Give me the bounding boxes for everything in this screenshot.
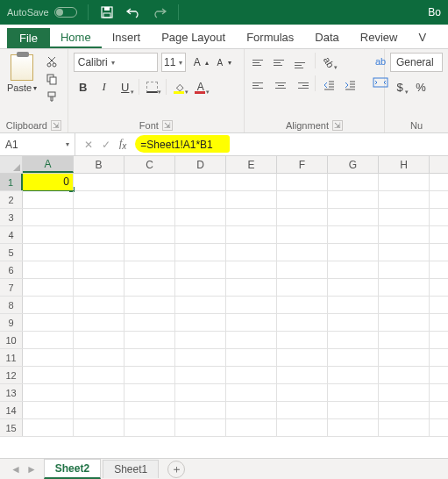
- col-header-c[interactable]: C: [124, 156, 175, 173]
- cell[interactable]: [277, 209, 328, 225]
- cell[interactable]: [226, 209, 277, 225]
- cell[interactable]: [328, 402, 379, 418]
- cell[interactable]: [23, 226, 74, 243]
- cell[interactable]: [226, 384, 277, 401]
- cell[interactable]: [74, 261, 124, 278]
- autosave-toggle[interactable]: AutoSave: [7, 7, 77, 18]
- new-sheet-button[interactable]: ＋: [167, 461, 185, 478]
- cell[interactable]: [23, 332, 74, 348]
- cell[interactable]: [23, 402, 74, 418]
- alignment-launcher-icon[interactable]: ⇲: [332, 120, 343, 131]
- font-color-button[interactable]: A▾: [191, 77, 210, 97]
- cell[interactable]: [226, 226, 277, 243]
- row-header-14[interactable]: 14: [0, 402, 23, 418]
- cell[interactable]: [226, 332, 277, 348]
- save-icon[interactable]: [99, 4, 115, 20]
- cell[interactable]: [277, 367, 328, 383]
- cell[interactable]: [175, 261, 226, 278]
- cell[interactable]: [74, 297, 124, 313]
- row-header-10[interactable]: 10: [0, 332, 23, 348]
- cell[interactable]: [124, 244, 175, 261]
- enter-formula-icon[interactable]: ✓: [102, 139, 110, 151]
- align-bottom-button[interactable]: [292, 53, 311, 72]
- cell[interactable]: [23, 384, 74, 401]
- cell[interactable]: [23, 297, 74, 313]
- cell[interactable]: [226, 244, 277, 261]
- row-header-7[interactable]: 7: [0, 279, 23, 296]
- cell[interactable]: [175, 279, 226, 296]
- cell[interactable]: [124, 314, 175, 331]
- cell[interactable]: [277, 226, 328, 243]
- cell[interactable]: [277, 402, 328, 418]
- row-header-11[interactable]: 11: [0, 349, 23, 366]
- cancel-formula-icon[interactable]: ✕: [84, 139, 93, 151]
- align-center-button[interactable]: [271, 75, 290, 95]
- cell[interactable]: [175, 349, 226, 366]
- cell[interactable]: [277, 191, 328, 208]
- cell[interactable]: [328, 244, 379, 261]
- cell[interactable]: [175, 314, 226, 331]
- cell[interactable]: [23, 244, 74, 261]
- cell[interactable]: [328, 332, 379, 348]
- cell[interactable]: [277, 261, 328, 278]
- cell[interactable]: [124, 419, 175, 436]
- cell[interactable]: [226, 261, 277, 278]
- cell[interactable]: [74, 191, 124, 208]
- cell[interactable]: [74, 367, 124, 383]
- cell[interactable]: [277, 279, 328, 296]
- cell[interactable]: [23, 314, 74, 331]
- col-header-d[interactable]: D: [175, 156, 226, 173]
- row-header-9[interactable]: 9: [0, 314, 23, 331]
- cell[interactable]: [328, 279, 379, 296]
- cell-a1[interactable]: 0: [23, 174, 74, 190]
- cell[interactable]: [124, 261, 175, 278]
- cell[interactable]: [379, 244, 430, 261]
- font-name-combo[interactable]: Calibri▾: [74, 53, 158, 72]
- cell[interactable]: [277, 384, 328, 401]
- cell[interactable]: [23, 367, 74, 383]
- increase-indent-button[interactable]: [340, 75, 359, 95]
- cell[interactable]: [379, 367, 430, 383]
- row-header-8[interactable]: 8: [0, 297, 23, 313]
- paste-button[interactable]: Paste▾: [5, 53, 39, 118]
- grow-font-button[interactable]: A▴: [189, 53, 209, 72]
- cell[interactable]: [175, 174, 226, 190]
- cell[interactable]: [226, 297, 277, 313]
- sheet-tab-sheet1[interactable]: Sheet1: [103, 460, 159, 478]
- cell[interactable]: [124, 174, 175, 190]
- cell[interactable]: [74, 209, 124, 225]
- cell[interactable]: [175, 419, 226, 436]
- cell[interactable]: [124, 384, 175, 401]
- font-size-combo[interactable]: 11▾: [161, 53, 186, 72]
- fx-icon[interactable]: fx: [119, 137, 126, 151]
- cell[interactable]: [226, 174, 277, 190]
- currency-button[interactable]: $▾: [390, 77, 409, 97]
- font-launcher-icon[interactable]: ⇲: [162, 120, 173, 131]
- cell[interactable]: [23, 209, 74, 225]
- cell[interactable]: [277, 297, 328, 313]
- decrease-indent-button[interactable]: [319, 75, 338, 95]
- cell-grid[interactable]: 10 2 3 4 5 6 7 8 9 10 11 12 13 14 15: [0, 174, 448, 437]
- sheet-nav-next-icon[interactable]: ►: [26, 463, 37, 475]
- cell[interactable]: [328, 349, 379, 366]
- cell[interactable]: [379, 314, 430, 331]
- cell[interactable]: [175, 209, 226, 225]
- tab-formulas[interactable]: Formulas: [236, 27, 304, 48]
- cell[interactable]: [175, 297, 226, 313]
- cell[interactable]: [226, 419, 277, 436]
- cell[interactable]: [74, 332, 124, 348]
- bold-button[interactable]: B: [74, 77, 93, 97]
- formula-bar[interactable]: =Sheet1!A1*B1: [135, 133, 448, 155]
- cell[interactable]: [124, 297, 175, 313]
- tab-review[interactable]: Review: [350, 27, 409, 48]
- cell[interactable]: [277, 349, 328, 366]
- tab-file[interactable]: File: [7, 28, 50, 48]
- cell[interactable]: [74, 402, 124, 418]
- align-top-button[interactable]: [250, 53, 269, 72]
- align-left-button[interactable]: [250, 75, 269, 95]
- cell[interactable]: [379, 332, 430, 348]
- undo-icon[interactable]: [125, 4, 141, 20]
- cell[interactable]: [74, 174, 124, 190]
- row-header-15[interactable]: 15: [0, 419, 23, 436]
- cell[interactable]: [74, 384, 124, 401]
